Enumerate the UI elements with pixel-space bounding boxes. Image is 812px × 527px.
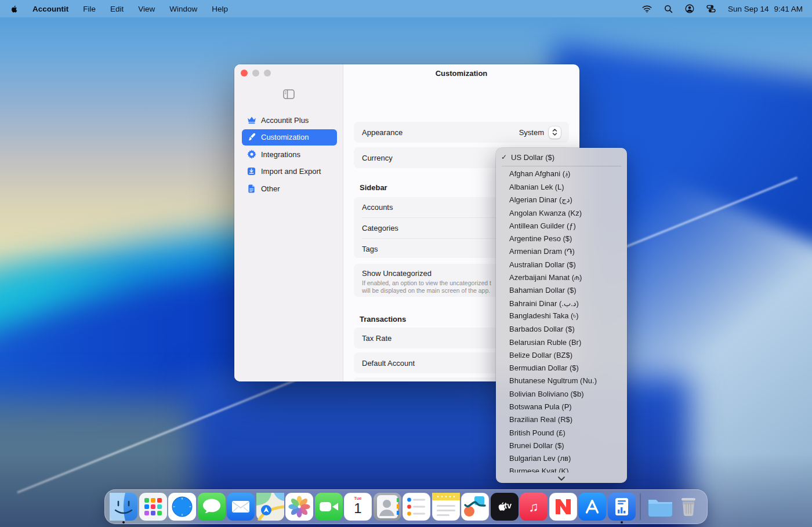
dock-news-icon[interactable] [549, 493, 577, 521]
dock-facetime-icon[interactable] [315, 493, 343, 521]
currency-menu-item[interactable]: Barbados Dollar ($) [496, 323, 627, 336]
checkmark-icon: ✓ [501, 153, 507, 161]
dock-contacts-icon[interactable] [374, 493, 401, 521]
menu-app-name[interactable]: Accountit [32, 5, 68, 13]
menu-bar-time: 9:41 AM [774, 5, 803, 13]
dock-mail-icon[interactable] [227, 493, 255, 521]
currency-menu-item[interactable]: Albanian Lek (L) [496, 180, 627, 193]
menu-view[interactable]: View [138, 5, 155, 13]
import-arrow-icon [246, 166, 256, 176]
sidebar-section-title: Sidebar [360, 183, 387, 192]
currency-menu-item[interactable]: Armenian Dram (֏) [496, 245, 627, 258]
dock-divider [640, 493, 641, 520]
dock-appletv-icon[interactable]: tv [491, 493, 519, 521]
appearance-popup-button[interactable] [549, 126, 561, 139]
dock-trash-icon[interactable] [675, 493, 702, 521]
sidebar-item-integrations[interactable]: Integrations [242, 146, 337, 162]
default-account-label: Default Account [362, 359, 415, 368]
zoom-button[interactable] [264, 70, 271, 77]
sidebar-nav: Accountit Plus Customization Integration… [242, 112, 337, 197]
dock: Tue 1 tv ♫ [104, 489, 708, 524]
currency-menu-item[interactable]: Burmese Kyat (K) [496, 465, 627, 473]
currency-menu-item[interactable]: Botswana Pula (P) [496, 400, 627, 413]
close-button[interactable] [241, 70, 248, 77]
sidebar-toggle-icon[interactable] [283, 89, 295, 100]
tags-label: Tags [362, 245, 378, 253]
window-sidebar: Accountit Plus Customization Integration… [234, 64, 343, 381]
dock-calendar-icon[interactable]: Tue 1 [344, 493, 372, 521]
sidebar-item-label: Import and Export [261, 167, 321, 176]
currency-menu-item[interactable]: Algerian Dinar (دج) [496, 194, 627, 206]
menu-bar-date: Sun Sep 14 [728, 5, 769, 13]
currency-menu-item[interactable]: Bolivian Boliviano ($b) [496, 387, 627, 400]
appletv-label: tv [505, 501, 512, 510]
sidebar-item-other[interactable]: Other [242, 180, 337, 197]
sidebar-item-label: Customization [261, 133, 309, 141]
menu-divider [502, 166, 621, 166]
sidebar-item-accountit-plus[interactable]: Accountit Plus [242, 112, 337, 128]
dock-photos-icon[interactable] [285, 493, 313, 521]
dock-downloads-folder-icon[interactable] [646, 493, 673, 521]
control-center-icon[interactable] [706, 5, 716, 13]
currency-menu-item[interactable]: Bangladeshi Taka (৳) [496, 310, 627, 322]
dock-appstore-icon[interactable] [578, 493, 606, 521]
running-indicator [122, 521, 125, 524]
currency-menu-item[interactable]: Bahraini Dinar (.د.ب) [496, 297, 627, 310]
menu-bar: Accountit File Edit View Window Help Sun… [0, 0, 812, 17]
desktop: Accountit File Edit View Window Help Sun… [0, 0, 812, 527]
sidebar-item-import-export[interactable]: Import and Export [242, 163, 337, 180]
currency-menu-item[interactable]: Antillean Guilder (ƒ) [496, 219, 627, 232]
sidebar-item-customization[interactable]: Customization [242, 129, 337, 146]
dock-freeform-icon[interactable] [461, 493, 489, 521]
dock-finder-icon[interactable] [110, 493, 137, 521]
sidebar-item-label: Integrations [261, 150, 300, 159]
dock-safari-icon[interactable] [168, 493, 196, 521]
currency-menu-item[interactable]: Belarusian Ruble (Br) [496, 336, 627, 348]
document-icon [246, 184, 256, 194]
running-indicator [621, 521, 623, 524]
currency-menu-item[interactable]: Azerbaijani Manat (₼) [496, 271, 627, 284]
currency-menu-item[interactable]: Afghan Afghani (؋) [496, 168, 627, 180]
paintbrush-icon [246, 132, 256, 142]
dock-messages-icon[interactable] [198, 493, 226, 521]
appearance-value: System [519, 128, 544, 137]
scroll-down-icon[interactable] [496, 476, 627, 481]
menu-edit[interactable]: Edit [110, 5, 124, 13]
dock-launchpad-icon[interactable] [139, 493, 167, 521]
currency-menu-selected-label: US Dollar ($) [511, 153, 554, 162]
menu-help[interactable]: Help [212, 5, 228, 13]
categories-label: Categories [362, 224, 398, 232]
currency-menu-item[interactable]: Australian Dollar ($) [496, 258, 627, 271]
menu-window[interactable]: Window [169, 5, 197, 13]
currency-menu-item[interactable]: Bulgarian Lev (лв) [496, 452, 627, 465]
currency-menu-item[interactable]: British Pound (£) [496, 426, 627, 439]
appearance-row[interactable]: Appearance System [354, 122, 569, 143]
dock-accountit-icon[interactable] [608, 493, 636, 521]
search-icon[interactable] [664, 5, 673, 13]
sidebar-item-label: Other [261, 184, 280, 193]
menu-bar-clock[interactable]: Sun Sep 14 9:41 AM [728, 5, 803, 13]
menu-file[interactable]: File [83, 5, 96, 13]
currency-menu-item[interactable]: Brunei Dollar ($) [496, 439, 627, 452]
minimize-button[interactable] [252, 70, 259, 77]
currency-menu-item[interactable]: Argentine Peso ($) [496, 232, 627, 245]
music-note-glyph: ♫ [520, 493, 548, 521]
currency-label: Currency [362, 154, 393, 162]
gear-icon [246, 150, 256, 159]
currency-menu-item[interactable]: Belize Dollar (BZ$) [496, 348, 627, 361]
currency-menu-item[interactable]: Bahamian Dollar ($) [496, 284, 627, 297]
currency-menu-item[interactable]: Bhutanese Ngultrum (Nu.) [496, 375, 627, 387]
dock-music-icon[interactable]: ♫ [520, 493, 548, 521]
currency-menu-item[interactable]: Bermudian Dollar ($) [496, 361, 627, 374]
dock-notes-icon[interactable] [432, 493, 460, 521]
currency-menu-selected-item[interactable]: ✓ US Dollar ($) [496, 150, 627, 164]
currency-menu-item[interactable]: Angolan Kwanza (Kz) [496, 206, 627, 219]
wifi-icon[interactable] [642, 5, 652, 13]
currency-menu-item[interactable]: Brazilian Real (R$) [496, 413, 627, 426]
dock-reminders-icon[interactable] [403, 493, 430, 521]
accounts-label: Accounts [362, 203, 393, 212]
apple-menu-icon[interactable] [9, 4, 18, 14]
user-account-icon[interactable] [685, 4, 694, 13]
dock-maps-icon[interactable] [256, 493, 284, 521]
crown-icon [246, 115, 256, 125]
